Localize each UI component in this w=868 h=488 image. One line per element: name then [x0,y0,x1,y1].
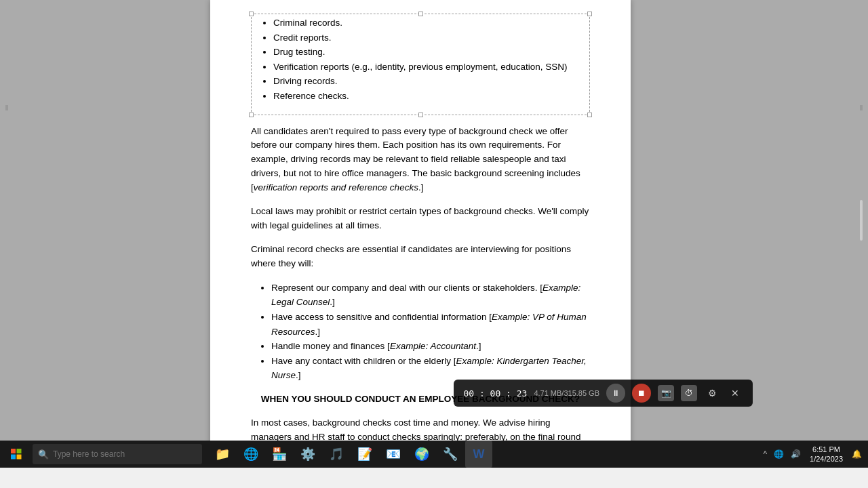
list-item: Represent our company and deal with our … [271,281,590,310]
handle-tl[interactable] [249,12,254,16]
taskbar-settings[interactable]: ⚙️ [294,441,321,468]
taskbar: 🔍 📁 🌐 🏪 ⚙️ 🎵 [0,441,868,468]
clock[interactable]: 6:51 PM 1/24/2023 [806,445,847,464]
chevron-up-icon[interactable]: ^ [761,449,769,459]
document-page: Criminal records. Credit reports. Drug t… [210,0,631,441]
taskbar-left: 🔍 📁 🌐 🏪 ⚙️ 🎵 [0,441,495,468]
taskbar-edge[interactable]: 🌐 [237,441,264,468]
windows-icon [11,449,22,460]
left-margin [0,0,210,441]
recording-storage: 4.71 MB/315.85 GB [534,389,599,397]
clock-date: 1/24/2023 [810,454,843,464]
list-item: Reference checks. [273,89,588,104]
camera-button[interactable]: 📷 [658,385,674,401]
taskbar-app1[interactable]: 🎵 [323,441,350,468]
clock-time: 6:51 PM [812,445,840,454]
italic-text-3: Example: VP of Human Resources [271,312,587,337]
list-item: Have any contact with children or the el… [271,354,590,383]
network-icon[interactable]: 🌐 [772,449,786,459]
handle-tc[interactable] [418,12,423,16]
list-item: Criminal records. [273,16,588,30]
scroll-indicator-left [5,105,8,110]
recording-time: 00 : 00 : 23 [463,388,527,399]
italic-text-4: Example: Accountant [390,341,476,351]
list-item: Verification reports (e.g., identity, pr… [273,60,588,75]
svg-rect-1 [17,449,22,453]
taskbar-app3[interactable]: 🔧 [437,441,464,468]
volume-icon[interactable]: 🔊 [789,449,803,459]
notification-icon[interactable]: 🔔 [850,449,864,459]
svg-rect-3 [17,455,22,460]
selection-box: Criminal records. Credit reports. Drug t… [251,14,590,115]
system-tray: ^ 🌐 🔊 [761,449,803,459]
paragraph-2: Local laws may prohibit or restrict cert… [251,205,590,233]
taskbar-file-explorer[interactable]: 📁 [209,441,236,468]
paragraph-4: In most cases, background checks cost ti… [251,416,590,441]
search-input[interactable] [53,449,189,459]
handle-tr[interactable] [587,12,592,16]
list-item: Credit reports. [273,30,588,45]
bullet-list-2: Represent our company and deal with our … [251,281,590,383]
bullet-list-1: Criminal records. Credit reports. Drug t… [253,16,588,104]
handle-bl[interactable] [249,113,254,117]
list-item: Drug testing. [273,45,588,60]
list-item: Handle money and finances [Example: Acco… [271,339,590,354]
paragraph-3: Criminal record checks are essential if … [251,243,590,271]
svg-rect-2 [11,455,16,460]
scroll-indicator-right [860,105,863,110]
timer-button[interactable]: ⏱ [681,385,697,401]
paragraph-1: All candidates aren't required to pass e… [251,125,590,196]
italic-text-5: Example: Kindergarten Teacher, Nurse [271,356,587,381]
italic-text-2: Example: Legal Counsel [271,283,580,308]
search-bar[interactable]: 🔍 [33,444,202,464]
taskbar-chrome[interactable]: 🌍 [408,441,435,468]
recording-close-button[interactable]: ✕ [727,385,743,401]
taskbar-store[interactable]: 🏪 [266,441,293,468]
svg-rect-0 [11,449,16,453]
pause-button[interactable]: ⏸ [606,384,625,403]
stop-button[interactable]: ⏹ [632,384,651,403]
taskbar-icons: 📁 🌐 🏪 ⚙️ 🎵 📝 📧 [209,441,492,468]
search-icon: 🔍 [38,449,49,460]
taskbar-app2[interactable]: 📝 [351,441,378,468]
scrollbar[interactable] [860,200,863,241]
start-button[interactable] [3,441,30,468]
italic-text-1: verification reports and reference check… [254,182,418,192]
recording-bar: 00 : 00 : 23 4.71 MB/315.85 GB ⏸ ⏹ 📷 ⏱ ⚙… [454,380,753,407]
taskbar-right: ^ 🌐 🔊 6:51 PM 1/24/2023 🔔 [761,445,868,464]
document-container: Criminal records. Credit reports. Drug t… [0,0,868,441]
taskbar-outlook[interactable]: 📧 [380,441,407,468]
handle-bc[interactable] [418,113,423,117]
right-margin [631,0,868,441]
recording-settings-button[interactable]: ⚙ [704,385,720,401]
list-item: Driving records. [273,74,588,89]
list-item: Have access to sensitive and confidentia… [271,310,590,339]
handle-br[interactable] [587,113,592,117]
taskbar-word[interactable]: W [465,441,492,468]
